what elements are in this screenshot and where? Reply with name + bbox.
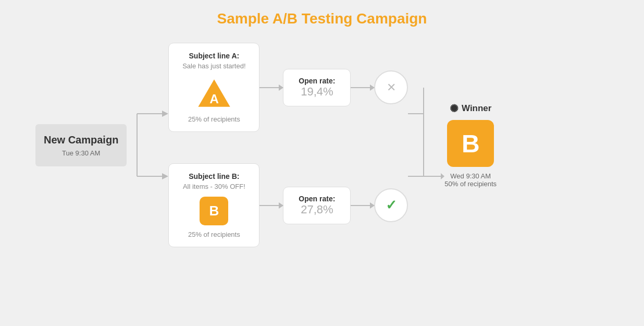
open-rate-label-a: Open rate: [294,77,340,85]
winner-section: ✺ Winner B Wed 9:30 AM 50% of recipients [444,102,497,188]
subject-label-a: Subject line A: [189,52,240,60]
winner-label-row: ✺ Winner [450,102,491,115]
check-icon: ✓ [386,197,397,213]
subject-label-b: Subject line B: [189,172,239,180]
campaign-time: Tue 9:30 AM [44,149,118,157]
open-rate-box-a: Open rate: 19,4% [283,69,351,106]
arrow-b-to-openrate [259,205,283,206]
campaign-title: New Campaign [44,134,118,146]
subject-card-a: Subject line A: Sale has just started! A… [168,43,259,132]
page-wrapper: Sample A/B Testing Campaign New Campaign… [0,0,644,326]
subject-text-b: All items - 30% OFF! [183,183,245,190]
branch-b-row: Subject line B: All items - 30% OFF! B 2… [168,163,408,247]
open-rate-value-b: 27,8% [294,203,340,216]
arrow-openrate-a-to-result [351,87,374,88]
svg-text:A: A [209,92,219,106]
b-square-icon: B [200,197,228,225]
subject-card-b: Subject line B: All items - 30% OFF! B 2… [168,163,259,247]
recipients-b: 25% of recipients [188,231,240,238]
arrow-a-to-openrate [259,87,283,88]
x-icon: ✕ [387,81,396,94]
subject-text-a: Sale has just started! [182,62,245,70]
result-circle-b: ✓ [374,188,408,222]
open-rate-value-a: 19,4% [294,85,340,99]
merge-arrows-svg [408,82,444,208]
winner-label: Winner [462,103,491,114]
winner-b-box: B [447,120,494,167]
campaign-box: New Campaign Tue 9:30 AM [35,124,127,166]
fork-arrows-svg [127,82,168,208]
svg-marker-3 [162,111,168,117]
branch-a-row: Subject line A: Sale has just started! A… [168,43,408,132]
recipients-a: 25% of recipients [188,115,240,123]
open-rate-box-b: Open rate: 27,8% [283,187,351,224]
diagram: New Campaign Tue 9:30 AM Subject line A: [35,43,609,247]
winner-time: Wed 9:30 AM 50% of recipients [444,172,497,188]
branches: Subject line A: Sale has just started! A… [168,43,408,247]
open-rate-label-b: Open rate: [294,195,340,203]
arrow-openrate-b-to-result [351,205,374,206]
sparkle-icon: ✺ [450,102,459,115]
svg-marker-4 [162,173,168,179]
triangle-a-icon: A [196,76,232,110]
page-title: Sample A/B Testing Campaign [217,10,427,27]
result-circle-a: ✕ [374,70,408,104]
svg-marker-11 [441,173,444,179]
